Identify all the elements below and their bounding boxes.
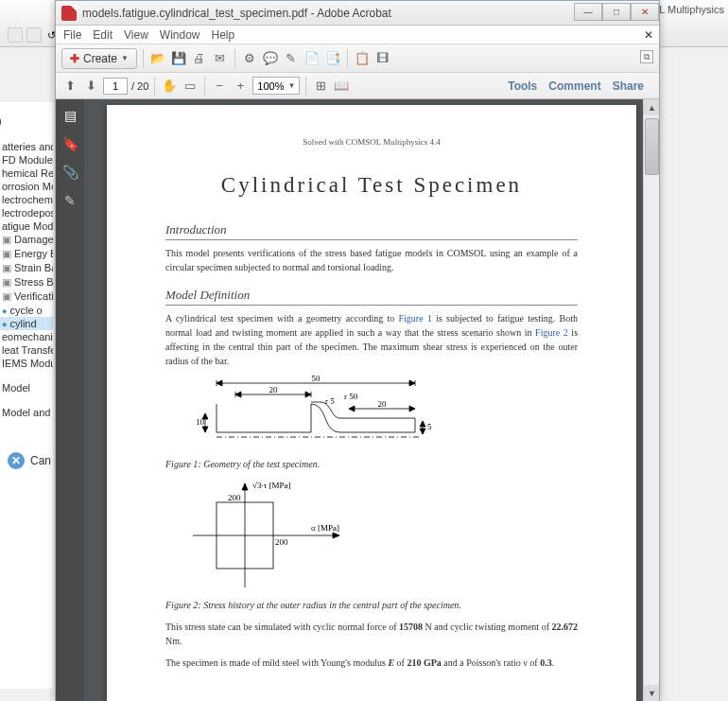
tree-item[interactable]: FD Module (0, 153, 53, 166)
svg-marker-28 (242, 483, 248, 490)
svg-marker-11 (349, 406, 355, 412)
save-icon[interactable]: 💾 (170, 50, 187, 67)
attachments-icon[interactable]: 📎 (61, 164, 78, 181)
pdf-icon (61, 6, 77, 21)
create-button[interactable]: ✚ Create ▼ (61, 48, 137, 69)
page-viewport[interactable]: Solved with COMSOL Multiphysics 4.4 Cyli… (84, 99, 659, 701)
create-label: Create (83, 52, 117, 65)
email-icon[interactable]: ✉ (212, 50, 229, 67)
restore-icon[interactable]: ⧉ (640, 50, 653, 63)
section-model: Model Definition (165, 288, 578, 306)
tree-item[interactable]: hemical Rea (0, 166, 53, 180)
tree-item[interactable]: atteries and (0, 140, 53, 153)
document-close-button[interactable]: ✕ (644, 28, 653, 42)
close-button[interactable]: ✕ (631, 3, 659, 21)
svg-text:5: 5 (427, 422, 432, 431)
close-icon: ✕ (8, 452, 25, 469)
svg-text:200: 200 (228, 493, 241, 502)
bookmarks-icon[interactable]: 🔖 (61, 135, 78, 152)
figure2-caption: Figure 2: Stress history at the outer ra… (165, 598, 578, 612)
tree-item[interactable]: Model (0, 381, 53, 394)
zoom-in-icon[interactable]: + (232, 78, 249, 95)
svg-text:200: 200 (275, 537, 288, 547)
cancel-label: Can (30, 454, 51, 467)
scroll-thumb[interactable] (645, 118, 659, 175)
page-up-icon[interactable]: ⬆ (61, 78, 78, 95)
intro-paragraph: This model presents verifications of the… (165, 246, 578, 274)
tree-item[interactable]: atigue Modu (0, 219, 53, 233)
svg-marker-30 (333, 533, 339, 538)
maximize-button[interactable]: □ (602, 3, 631, 21)
side-nav-strip: ▤ 🔖 📎 ✎ (56, 99, 84, 701)
tree-item[interactable]: cycle o (0, 304, 53, 317)
select-tool-icon[interactable]: ▭ (182, 78, 199, 95)
tree-item[interactable]: Model and (0, 406, 53, 419)
tree-item-selected[interactable]: cylind (0, 317, 53, 330)
gear-icon[interactable]: ⚙ (241, 50, 258, 67)
multimedia-icon[interactable]: 🎞 (374, 50, 391, 67)
svg-marker-19 (420, 429, 425, 434)
tree-item[interactable]: lectrodepos (0, 206, 53, 219)
comment-icon[interactable]: 💬 (262, 50, 279, 67)
acrobat-window: models.fatigue.cylindrical_test_specimen… (55, 0, 660, 701)
menu-edit[interactable]: Edit (93, 28, 113, 42)
open-icon[interactable]: 📂 (149, 50, 166, 67)
menu-view[interactable]: View (124, 28, 148, 42)
material-paragraph: The specimen is made of mild steel with … (165, 656, 578, 670)
form-icon[interactable]: 📋 (354, 50, 371, 67)
tree-item[interactable]: lectrochemi (0, 193, 53, 206)
page-number-input[interactable] (103, 78, 128, 95)
thumbnails-icon[interactable]: ▤ (61, 107, 78, 124)
comment-link[interactable]: Comment (548, 79, 600, 93)
svg-marker-8 (235, 392, 241, 397)
svg-marker-18 (420, 421, 425, 427)
tree-item[interactable]: orrosion Mo (0, 180, 53, 193)
tree-item[interactable]: IEMS Modul (0, 357, 53, 370)
tree-item[interactable]: Strain Bas (0, 261, 53, 275)
signatures-icon[interactable]: ✎ (61, 192, 78, 209)
fit-icon[interactable]: ⊞ (312, 78, 329, 95)
svg-text:20: 20 (378, 399, 388, 409)
tree-item[interactable]: Damage (0, 233, 53, 247)
print-icon[interactable]: 🖨 (191, 50, 208, 67)
read-icon[interactable]: 📖 (333, 78, 350, 95)
zoom-out-icon[interactable]: − (211, 78, 228, 95)
minimize-button[interactable]: — (574, 3, 602, 21)
figure1-caption: Figure 1: Geometry of the test specimen. (165, 457, 578, 471)
tree-item[interactable]: Verificatio (0, 289, 53, 304)
menu-window[interactable]: Window (160, 28, 200, 42)
vertical-scrollbar[interactable]: ▲ ▼ (643, 99, 659, 701)
doc-title: Cylindrical Test Specimen (165, 173, 578, 198)
scroll-up-icon[interactable]: ▲ (644, 99, 659, 115)
window-titlebar[interactable]: models.fatigue.cylindrical_test_specimen… (56, 1, 659, 26)
tree-item[interactable]: eomechanic (0, 330, 53, 343)
page-down-icon[interactable]: ⬇ (82, 78, 99, 95)
model-tree-panel: el Lib atteries and FD Module hemical Re… (0, 102, 53, 689)
svg-text:σ [MPa]: σ [MPa] (311, 523, 339, 533)
doc-icon[interactable]: 📄 (303, 50, 321, 67)
svg-text:10: 10 (196, 417, 205, 427)
tree-item[interactable]: Energy Ba (0, 247, 53, 261)
menu-help[interactable]: Help (212, 28, 235, 42)
tools-link[interactable]: Tools (508, 79, 537, 93)
figure1-link[interactable]: Figure 1 (399, 313, 432, 324)
stress-paragraph: This stress state can be simulated with … (165, 620, 578, 648)
tree-item[interactable]: leat Transfer (0, 343, 53, 357)
sign-icon[interactable]: ✎ (283, 50, 300, 67)
svg-marker-12 (409, 406, 415, 412)
page-total: / 20 (131, 80, 148, 92)
zoom-select[interactable]: 100%▼ (252, 77, 300, 95)
tree-item[interactable]: Stress Bas (0, 275, 53, 289)
hand-tool-icon[interactable]: ✋ (161, 78, 178, 95)
svg-text:50: 50 (312, 376, 321, 383)
svg-marker-9 (305, 392, 311, 397)
doc2-icon[interactable]: 📑 (324, 50, 341, 67)
svg-marker-16 (202, 427, 208, 432)
share-link[interactable]: Share (613, 79, 644, 93)
svg-text:√3·τ  [MPa]: √3·τ [MPa] (252, 481, 291, 490)
scroll-down-icon[interactable]: ▼ (644, 685, 659, 701)
cancel-button[interactable]: ✕ Can (8, 452, 51, 469)
menu-file[interactable]: File (63, 28, 81, 42)
svg-marker-3 (217, 380, 222, 386)
figure2-link[interactable]: Figure 2 (535, 327, 568, 338)
